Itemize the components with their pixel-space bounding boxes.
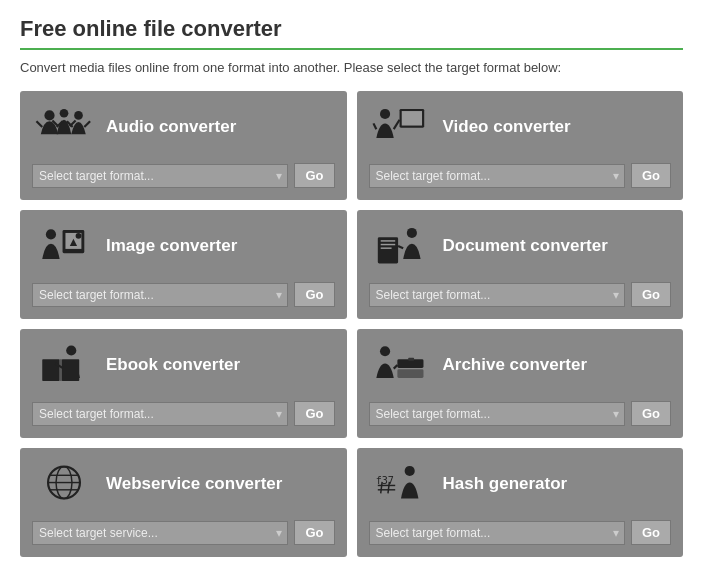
svg-line-24 (398, 246, 403, 248)
archive-go-button[interactable]: Go (631, 401, 671, 426)
select-wrapper-webservice: Select target service... (32, 521, 288, 545)
select-wrapper-hash: Select target format... (369, 521, 625, 545)
svg-text:f37: f37 (375, 475, 393, 486)
card-controls-ebook: Select target format... Go (32, 401, 335, 426)
svg-point-14 (46, 229, 56, 239)
svg-rect-23 (380, 247, 391, 248)
svg-point-40 (404, 466, 414, 476)
converter-grid: Audio converter Select target format... … (20, 91, 683, 557)
card-header-image: Image converter (32, 220, 335, 272)
card-header-hash: f37 Hash generator (369, 458, 672, 510)
document-icon (369, 220, 433, 272)
page-title: Free online file converter (20, 16, 683, 42)
card-header-ebook: Ebook converter (32, 339, 335, 391)
svg-line-3 (36, 121, 42, 127)
card-header-webservice: Webservice converter (32, 458, 335, 510)
image-select[interactable]: Select target format... (32, 283, 288, 307)
select-wrapper-audio: Select target format... (32, 164, 288, 188)
select-wrapper-image: Select target format... (32, 283, 288, 307)
card-audio: Audio converter Select target format... … (20, 91, 347, 200)
card-title-archive: Archive converter (443, 355, 588, 375)
video-select[interactable]: Select target format... (369, 164, 625, 188)
svg-point-18 (76, 233, 82, 239)
svg-point-2 (74, 111, 83, 120)
svg-line-12 (393, 120, 399, 129)
image-go-button[interactable]: Go (294, 282, 334, 307)
card-title-audio: Audio converter (106, 117, 236, 137)
svg-point-1 (60, 109, 69, 118)
card-ebook: Ebook converter Select target format... … (20, 329, 347, 438)
svg-rect-33 (408, 358, 414, 361)
card-header-audio: Audio converter (32, 101, 335, 153)
video-icon (369, 101, 433, 153)
card-controls-image: Select target format... Go (32, 282, 335, 307)
svg-rect-32 (397, 369, 423, 378)
ebook-go-button[interactable]: Go (294, 401, 334, 426)
hash-icon: f37 (369, 458, 433, 510)
webservice-icon (32, 458, 96, 510)
card-document: Document converter Select target format.… (357, 210, 684, 319)
select-wrapper-video: Select target format... (369, 164, 625, 188)
audio-select[interactable]: Select target format... (32, 164, 288, 188)
card-title-hash: Hash generator (443, 474, 568, 494)
svg-line-34 (393, 365, 397, 369)
ebook-icon (32, 339, 96, 391)
svg-line-13 (373, 123, 376, 129)
card-controls-document: Select target format... Go (369, 282, 672, 307)
select-wrapper-document: Select target format... (369, 283, 625, 307)
svg-point-11 (379, 109, 389, 119)
svg-point-19 (406, 228, 416, 238)
card-image: Image converter Select target format... … (20, 210, 347, 319)
card-archive: Archive converter Select target format..… (357, 329, 684, 438)
card-controls-video: Select target format... Go (369, 163, 672, 188)
hash-go-button[interactable]: Go (631, 520, 671, 545)
image-icon (32, 220, 96, 272)
audio-icon (32, 101, 96, 153)
ebook-select[interactable]: Select target format... (32, 402, 288, 426)
audio-go-button[interactable]: Go (294, 163, 334, 188)
card-controls-hash: Select target format... Go (369, 520, 672, 545)
select-wrapper-archive: Select target format... (369, 402, 625, 426)
card-header-document: Document converter (369, 220, 672, 272)
archive-icon (369, 339, 433, 391)
archive-select[interactable]: Select target format... (369, 402, 625, 426)
document-go-button[interactable]: Go (631, 282, 671, 307)
card-title-webservice: Webservice converter (106, 474, 282, 494)
card-title-image: Image converter (106, 236, 237, 256)
card-title-document: Document converter (443, 236, 608, 256)
select-wrapper-ebook: Select target format... (32, 402, 288, 426)
svg-rect-26 (42, 359, 59, 381)
svg-rect-28 (62, 359, 79, 381)
svg-rect-22 (380, 244, 395, 245)
page-subtitle: Convert media files online from one form… (20, 60, 683, 75)
svg-point-30 (379, 346, 389, 356)
card-title-video: Video converter (443, 117, 571, 137)
card-controls-audio: Select target format... Go (32, 163, 335, 188)
webservice-select[interactable]: Select target service... (32, 521, 288, 545)
card-controls-archive: Select target format... Go (369, 401, 672, 426)
svg-rect-10 (401, 111, 421, 126)
card-header-video: Video converter (369, 101, 672, 153)
card-title-ebook: Ebook converter (106, 355, 240, 375)
svg-point-0 (44, 110, 54, 120)
svg-line-8 (84, 121, 90, 127)
card-webservice: Webservice converter Select target servi… (20, 448, 347, 557)
svg-rect-21 (380, 240, 395, 241)
title-divider (20, 48, 683, 50)
video-go-button[interactable]: Go (631, 163, 671, 188)
document-select[interactable]: Select target format... (369, 283, 625, 307)
svg-point-25 (66, 345, 76, 355)
card-header-archive: Archive converter (369, 339, 672, 391)
card-video: Video converter Select target format... … (357, 91, 684, 200)
webservice-go-button[interactable]: Go (294, 520, 334, 545)
hash-select[interactable]: Select target format... (369, 521, 625, 545)
card-controls-webservice: Select target service... Go (32, 520, 335, 545)
svg-rect-27 (60, 359, 62, 381)
card-hash: f37 Hash generator Select target format.… (357, 448, 684, 557)
